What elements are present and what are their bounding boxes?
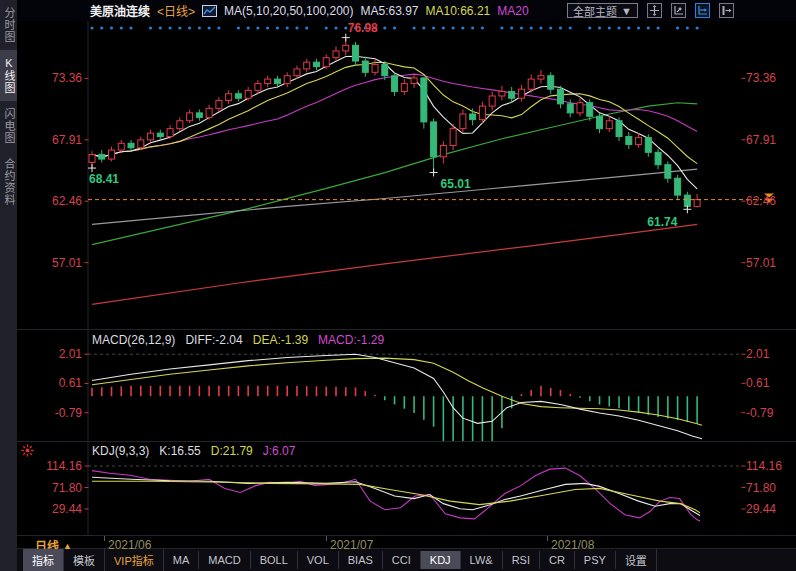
indicator-settings-icon[interactable] (21, 443, 34, 456)
y-axis-label-left: -0.79 (30, 407, 82, 419)
y-axis-label-right: 67.91 (746, 134, 776, 146)
divider (17, 441, 796, 442)
toolbar-item-VIP指标[interactable]: VIP指标 (105, 549, 164, 571)
x-axis-tick (104, 536, 105, 541)
y-axis-label-right: 71.80 (746, 482, 776, 494)
chart-canvas[interactable] (0, 0, 796, 571)
sidebar-item-1[interactable]: K线图 (0, 50, 17, 101)
toolbar-item-CR[interactable]: CR (540, 551, 575, 569)
macd-label: MACD(26,12,9) (92, 333, 175, 347)
exit-pan-icon[interactable] (719, 3, 734, 18)
y-axis-label-left: 114.16 (30, 460, 82, 472)
y-axis-label-left: 62.46 (30, 195, 82, 207)
dropdown-arrow-icon: ▼ (621, 5, 632, 17)
toolbar-item-模板[interactable]: 模板 (64, 549, 105, 571)
macd-dea-value: DEA:-1.39 (253, 333, 308, 347)
price-annotation: 76.98 (348, 22, 378, 34)
y-axis-label-left: 29.44 (30, 503, 82, 515)
toolbar-item-LW&[interactable]: LW& (461, 551, 503, 569)
toolbar-item-BIAS[interactable]: BIAS (339, 551, 383, 569)
macd-macd-value: MACD:-1.29 (318, 333, 384, 347)
y-axis-label-left: 73.36 (30, 72, 82, 84)
divider (17, 329, 796, 330)
theme-dropdown[interactable]: 全部主题 ▼ (567, 3, 638, 18)
y-axis-label-left: 0.61 (30, 377, 82, 389)
toolbar-item-CCI[interactable]: CCI (383, 551, 421, 569)
chart-type-icon[interactable] (202, 5, 217, 17)
y-axis-label-left: 57.01 (30, 257, 82, 269)
y-axis-label-left: 71.80 (30, 482, 82, 494)
topbar: 美原油连续 <日线> MA(5,10,20,50,100,200) MA5:63… (17, 0, 796, 21)
x-axis-tick (547, 536, 548, 541)
ma5-value: MA5:63.97 (360, 4, 418, 18)
kdj-label: KDJ(9,3,3) (92, 444, 149, 458)
period-indicator[interactable]: <日线> (157, 2, 195, 19)
y-axis-label-right: 62.46 (746, 195, 776, 207)
y-axis-label-right: 0.61 (746, 377, 769, 389)
toolbar-item-RSI[interactable]: RSI (503, 551, 540, 569)
y-axis-label-left: 67.91 (30, 134, 82, 146)
toolbar-item-设置[interactable]: 设置 (616, 549, 657, 571)
y-axis-label-left: 2.01 (30, 348, 82, 360)
toolbar-item-BOLL[interactable]: BOLL (251, 551, 298, 569)
ma20-value: MA20 (497, 4, 528, 18)
theme-dropdown-label: 全部主题 (573, 3, 617, 19)
toolbar-item-MACD[interactable]: MACD (199, 551, 250, 569)
sidebar-item-0[interactable]: 分时图 (0, 0, 17, 50)
toolbar-item-VOL[interactable]: VOL (298, 551, 339, 569)
y-axis-label-right: -0.79 (746, 407, 773, 419)
app-window: 美原油连续 <日线> MA(5,10,20,50,100,200) MA5:63… (0, 0, 796, 571)
y-axis-label-right: 114.16 (746, 460, 782, 472)
price-annotation: 68.41 (89, 173, 119, 185)
fit-chart-icon[interactable] (671, 3, 686, 18)
sidebar: 分时图K线图闪电图合约资料 (0, 0, 17, 571)
x-axis-band: 日线 ▲ 2021/062021/072021/08 (17, 536, 796, 548)
toolbar-item-指标[interactable]: 指标 (23, 549, 64, 571)
price-annotation: 65.01 (441, 178, 471, 190)
ma-settings-label: MA(5,10,20,50,100,200) (224, 4, 353, 18)
y-axis-label-right: 57.01 (746, 257, 776, 269)
kdj-k-value: K:16.55 (159, 444, 200, 458)
y-axis-label-right: 2.01 (746, 348, 769, 360)
ma10-value: MA10:66.21 (426, 4, 491, 18)
y-axis-label-right: 29.44 (746, 503, 776, 515)
macd-header: MACD(26,12,9) DIFF:-2.04 DEA:-1.39 MACD:… (92, 333, 384, 347)
pan-right-icon[interactable] (695, 3, 710, 18)
macd-diff-value: DIFF:-2.04 (185, 333, 242, 347)
x-axis-tick (326, 536, 327, 541)
kdj-d-value: D:21.79 (211, 444, 253, 458)
toolbar-item-MA[interactable]: MA (164, 551, 200, 569)
kdj-j-value: J:6.07 (263, 444, 296, 458)
sidebar-item-3[interactable]: 合约资料 (0, 151, 17, 213)
crosshair-move-icon[interactable] (647, 3, 662, 18)
price-annotation: 61.74 (647, 216, 677, 228)
instrument-title: 美原油连续 (90, 2, 150, 19)
y-axis-label-right: 73.36 (746, 72, 776, 84)
toolbar-item-PSY[interactable]: PSY (575, 551, 616, 569)
indicator-toolbar: 指标模板VIP指标MAMACDBOLLVOLBIASCCIKDJLW&RSICR… (17, 549, 796, 571)
toolbar-item-KDJ[interactable]: KDJ (421, 551, 461, 569)
sidebar-item-2[interactable]: 闪电图 (0, 101, 17, 151)
kdj-header: KDJ(9,3,3) K:16.55 D:21.79 J:6.07 (92, 444, 295, 458)
